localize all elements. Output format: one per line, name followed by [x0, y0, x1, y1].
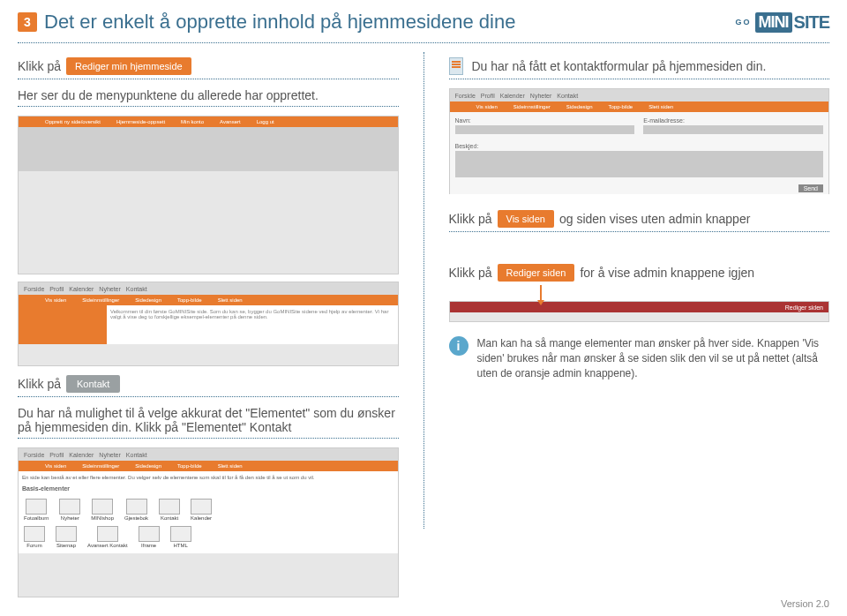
- arrow-down-icon: [540, 285, 542, 301]
- logo-mini: MINI: [755, 12, 792, 33]
- ss-tab: Profil: [481, 93, 495, 99]
- logo-site: SITE: [794, 12, 829, 33]
- kontakt-tab-button[interactable]: Kontakt: [66, 375, 120, 393]
- ss-basis-heading: Basis-elementer: [19, 484, 398, 493]
- rediger-siden-button[interactable]: Rediger siden: [498, 264, 575, 282]
- ss-tab: Profil: [49, 452, 64, 458]
- ss-tab: Kontakt: [126, 286, 147, 292]
- ss-label: Slett siden: [218, 463, 243, 469]
- form-input: [455, 125, 635, 134]
- dotted-divider: [18, 106, 399, 107]
- element-tile: Forum: [24, 526, 45, 548]
- ss-welcome-text: Velkommen til din første GoMINISite side…: [107, 305, 398, 344]
- ss-label: Topp-bilde: [608, 104, 633, 109]
- right-line2-suffix: og siden vises uten admin knapper: [559, 212, 750, 226]
- ss-label: Opprett ny side/oversikt: [45, 119, 101, 124]
- ss-label: Logg ut: [257, 119, 274, 124]
- left-line3-prefix: Klikk på: [18, 377, 61, 391]
- dotted-divider: [18, 396, 399, 397]
- form-textarea: [455, 151, 824, 177]
- form-send-button: Send: [798, 184, 823, 192]
- screenshot-admin-toolbar: Opprett ny side/oversikt Hjemmeside-opps…: [18, 116, 399, 274]
- dotted-divider: [18, 79, 399, 79]
- ss-label: Topp-bilde: [177, 297, 202, 303]
- ss-label: Slett siden: [218, 297, 243, 303]
- right-line2-prefix: Klikk på: [449, 212, 492, 226]
- ss-label: Sideinnstillinger: [82, 297, 119, 303]
- ss-label: Hjemmeside-oppsett: [116, 119, 165, 124]
- element-tile: Nyheter: [59, 499, 80, 521]
- left-line2: Her ser du de menypunktene du allerede h…: [18, 88, 319, 102]
- ss-label: Sideinnstillinger: [513, 104, 551, 109]
- step-badge: 3: [18, 12, 37, 32]
- left-line4: Du har nå mulighet til å velge akkurat d…: [18, 406, 395, 434]
- dotted-divider: [449, 79, 830, 79]
- screenshot-elements-picker: Forside Profil Kalender Nyheter Kontakt …: [18, 447, 399, 597]
- ss-tab: Kalender: [69, 452, 94, 458]
- element-tile: Avansert Kontakt: [87, 526, 128, 548]
- ss-label: Vis siden: [45, 297, 66, 303]
- ss-tab: Kalender: [69, 286, 94, 292]
- info-text: Man kan ha så mange elementer man ønsker…: [477, 336, 830, 380]
- ss-label: Vis siden: [45, 463, 66, 469]
- element-tile: HTML: [170, 526, 191, 548]
- element-tile: Iframe: [139, 526, 160, 548]
- left-line1-prefix: Klikk på: [18, 59, 61, 73]
- edit-homepage-button[interactable]: Rediger min hjemmeside: [66, 57, 191, 75]
- ss-tab: Nyheter: [530, 93, 552, 99]
- ss-tab: Nyheter: [99, 286, 121, 292]
- ss-tab: Nyheter: [99, 452, 121, 458]
- right-line3-prefix: Klikk på: [449, 266, 492, 280]
- footer-version: Version 2.0: [781, 598, 829, 609]
- ss-label: Vis siden: [476, 104, 498, 109]
- ss-tab: Profil: [49, 286, 64, 292]
- screenshot-red-bar: Rediger siden: [449, 301, 830, 322]
- element-tile: Sitemap: [56, 526, 77, 548]
- screenshot-contact-form: Forside Profil Kalender Nyheter Kontakt …: [449, 88, 830, 194]
- rediger-siden-bar-label: Rediger siden: [785, 304, 823, 311]
- ss-tab: Forside: [24, 286, 44, 292]
- ss-label: Sidedesign: [566, 104, 593, 109]
- ss-tab: Kontakt: [126, 452, 147, 458]
- ss-label: Sidedesign: [135, 297, 161, 303]
- element-tile: Fotoalbum: [24, 499, 49, 521]
- ss-tab: Kalender: [500, 93, 525, 99]
- right-line3-suffix: for å vise admin knappene igjen: [580, 266, 754, 280]
- element-tile: Kalender: [191, 499, 212, 521]
- column-divider: [424, 52, 424, 529]
- dotted-divider: [18, 438, 399, 439]
- ss-label: Slett siden: [648, 104, 673, 109]
- ss-tab: Kontakt: [557, 93, 578, 99]
- logo-go: GO: [736, 18, 752, 26]
- dotted-divider: [449, 231, 830, 232]
- form-label-email: E-mailadresse:: [643, 117, 823, 124]
- ss-label: Sideinnstillinger: [82, 463, 119, 469]
- element-tile: Gjestebok: [124, 499, 148, 521]
- right-line1: Du har nå fått et kontaktformular på hje…: [472, 59, 767, 73]
- ss-tab: Forside: [455, 93, 476, 99]
- element-tile: Kontakt: [159, 499, 180, 521]
- ss-tab: Forside: [24, 452, 44, 458]
- form-label-message: Beskjed:: [455, 143, 824, 149]
- form-input: [643, 125, 823, 134]
- ss-label: Min konto: [181, 119, 204, 124]
- screenshot-page-editor: Forside Profil Kalender Nyheter Kontakt …: [18, 282, 399, 366]
- info-icon: i: [449, 336, 468, 356]
- header-divider: [18, 42, 829, 43]
- form-label-name: Navn:: [455, 117, 635, 124]
- element-tile: MINIshop: [91, 499, 114, 521]
- vis-siden-button[interactable]: Vis siden: [498, 210, 554, 228]
- logo: GO MINI SITE: [736, 12, 829, 33]
- document-icon: [449, 57, 463, 75]
- page-title: Det er enkelt å opprette innhold på hjem…: [44, 11, 736, 34]
- ss-intro: En side kan bestå av et eller flere elem…: [19, 471, 398, 484]
- ss-label: Avansert: [220, 119, 241, 124]
- ss-label: Sidedesign: [135, 463, 161, 469]
- ss-label: Topp-bilde: [177, 463, 202, 469]
